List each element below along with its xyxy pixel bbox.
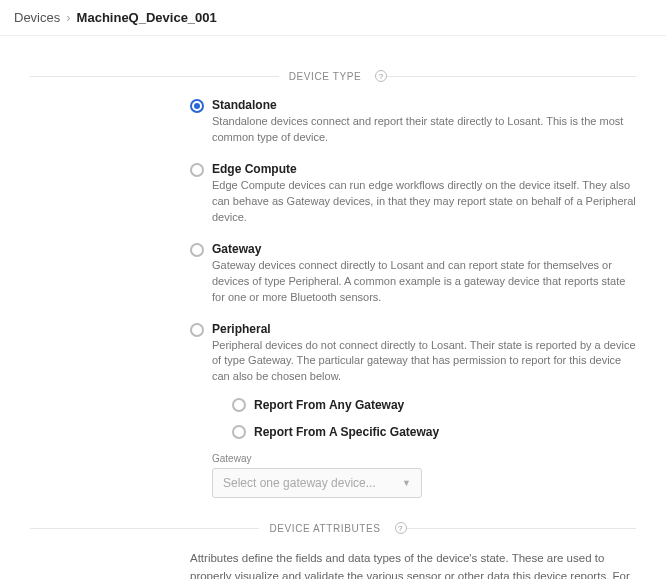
radio-title: Report From Any Gateway — [254, 398, 404, 412]
section-header-device-attributes: DEVICE ATTRIBUTES ? — [30, 522, 636, 534]
help-icon[interactable]: ? — [395, 522, 407, 534]
section-title: DEVICE TYPE — [279, 71, 372, 82]
breadcrumb: Devices › MachineQ_Device_001 — [0, 0, 666, 36]
help-icon[interactable]: ? — [375, 70, 387, 82]
gateway-select[interactable]: Select one gateway device... ▼ — [212, 468, 422, 498]
radio-report-any-gateway[interactable]: Report From Any Gateway — [232, 397, 636, 412]
section-title: DEVICE ATTRIBUTES — [259, 523, 390, 534]
radio-title: Peripheral — [212, 322, 636, 336]
radio-button-icon[interactable] — [190, 163, 204, 177]
radio-button-icon[interactable] — [232, 425, 246, 439]
radio-description: Edge Compute devices can run edge workfl… — [212, 178, 636, 226]
radio-report-specific-gateway[interactable]: Report From A Specific Gateway — [232, 424, 636, 439]
device-type-radio-group: Standalone Standalone devices connect an… — [190, 98, 636, 498]
radio-title: Standalone — [212, 98, 636, 112]
radio-button-icon[interactable] — [190, 99, 204, 113]
radio-button-icon[interactable] — [190, 323, 204, 337]
chevron-right-icon: › — [66, 10, 70, 25]
section-header-device-type: DEVICE TYPE ? — [30, 70, 636, 82]
attributes-description: Attributes define the fields and data ty… — [190, 550, 636, 579]
radio-edge-compute[interactable]: Edge Compute Edge Compute devices can ru… — [190, 162, 636, 226]
gateway-select-placeholder: Select one gateway device... — [223, 476, 376, 490]
radio-title: Edge Compute — [212, 162, 636, 176]
radio-title: Report From A Specific Gateway — [254, 425, 439, 439]
radio-button-icon[interactable] — [232, 398, 246, 412]
radio-gateway[interactable]: Gateway Gateway devices connect directly… — [190, 242, 636, 306]
radio-title: Gateway — [212, 242, 636, 256]
radio-standalone[interactable]: Standalone Standalone devices connect an… — [190, 98, 636, 146]
radio-button-icon[interactable] — [190, 243, 204, 257]
radio-description: Peripheral devices do not connect direct… — [212, 338, 636, 386]
radio-description: Standalone devices connect and report th… — [212, 114, 636, 146]
chevron-down-icon: ▼ — [402, 478, 411, 488]
gateway-select-label: Gateway — [212, 453, 636, 464]
breadcrumb-current: MachineQ_Device_001 — [77, 10, 217, 25]
breadcrumb-root[interactable]: Devices — [14, 10, 60, 25]
radio-peripheral[interactable]: Peripheral Peripheral devices do not con… — [190, 322, 636, 499]
radio-description: Gateway devices connect directly to Losa… — [212, 258, 636, 306]
